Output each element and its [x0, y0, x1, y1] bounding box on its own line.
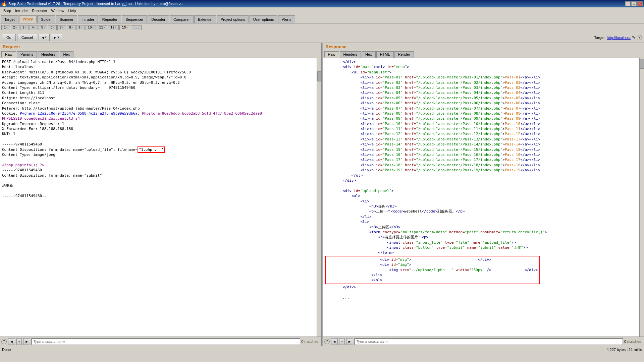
search-input-left[interactable] — [32, 338, 300, 345]
tab-target[interactable]: Target — [1, 15, 18, 23]
tab-comparer[interactable]: Comparer — [170, 15, 194, 23]
cookie-phpstorm: Phpstorm-86e76ddb=bc0b2ab8-5dfd-4fd7-8ba… — [142, 111, 262, 116]
close-tab-9[interactable]: ✕ — [81, 26, 83, 29]
close-tab-5[interactable]: ✕ — [43, 26, 45, 29]
target-info: Target: http://localhost ✎ ? — [594, 35, 642, 40]
num-tab-10[interactable]: 10 ✕ — [86, 25, 96, 30]
titlebar-title: 🔥 Burp Suite Professional v1.7.26 - Temp… — [1, 1, 182, 6]
close-tab-13[interactable]: ✕ — [126, 26, 128, 29]
response-tabs: Raw Headers Hex HTML Render — [323, 51, 644, 58]
titlebar-controls[interactable]: ─ □ ✕ — [625, 1, 643, 6]
num-tab-11[interactable]: 11 ✕ — [97, 25, 107, 30]
request-title: Request — [3, 44, 20, 49]
close-tab-11[interactable]: ✕ — [103, 26, 105, 29]
next-match-right[interactable]: + — [339, 338, 344, 345]
back-button[interactable]: ◄ ▼ — [39, 34, 50, 41]
num-tab-5[interactable]: 5 ✕ — [39, 25, 47, 30]
response-content[interactable]: </div> <div id="main"><div id="menu"> <u… — [323, 58, 644, 337]
help-icon-right[interactable]: ? — [324, 339, 330, 344]
close-tab-10[interactable]: ✕ — [92, 26, 94, 29]
edit-target-icon[interactable]: ✎ — [632, 35, 635, 40]
content-area: Request Raw Params Headers Hex POST /upl… — [0, 43, 644, 346]
close-tab-7[interactable]: ✕ — [62, 26, 64, 29]
next-match-left[interactable]: + — [16, 338, 22, 345]
red-box-response: <div id="msg"> </div> <div id="img"> <im… — [325, 256, 540, 284]
response-tab-headers[interactable]: Headers — [340, 51, 361, 58]
num-tab-1[interactable]: 1 ✕ — [1, 25, 10, 30]
request-tab-hex[interactable]: Hex — [60, 51, 74, 58]
tab-sequencer[interactable]: Sequencer — [122, 15, 147, 23]
prev-match-left[interactable]: ◄ — [8, 338, 15, 345]
num-tab-12[interactable]: 12 ✕ — [108, 25, 119, 30]
tab-user-options[interactable]: User options — [250, 15, 278, 23]
num-tab-7[interactable]: 7 ✕ — [57, 25, 66, 30]
response-size: 4,227 bytes | 11 millis — [606, 348, 642, 352]
tab-intruder[interactable]: Intruder — [78, 15, 98, 23]
request-text: POST /upload-labs-master/Pass-04/index.p… — [0, 58, 321, 200]
match-count-left: 0 matches — [302, 340, 320, 344]
go-button[interactable]: Go — [2, 34, 16, 41]
tab-project-options[interactable]: Project options — [217, 15, 249, 23]
request-tabs: Raw Params Headers Hex — [0, 51, 321, 58]
close-tab-2[interactable]: ✕ — [15, 26, 17, 29]
request-tab-params[interactable]: Params — [17, 51, 37, 58]
tab-repeater[interactable]: Repeater — [99, 15, 121, 23]
request-tab-raw[interactable]: Raw — [1, 51, 16, 58]
num-tab-13[interactable]: 13 ✕ — [119, 25, 130, 31]
response-tab-html[interactable]: HTML — [376, 51, 394, 58]
next-result-left[interactable]: ► — [23, 338, 30, 345]
toolbar: Go Cancel ◄ ▼ ► ▼ Target: http://localho… — [0, 32, 644, 43]
close-button[interactable]: ✕ — [637, 1, 643, 6]
num-tab-3[interactable]: 3 ✕ — [20, 25, 29, 30]
forward-button[interactable]: ► ▼ — [51, 34, 62, 41]
tab-proxy[interactable]: Proxy — [19, 15, 37, 23]
maximize-button[interactable]: □ — [631, 1, 637, 6]
bottom-bar-left: ? ◄ + ► 0 matches — [0, 337, 321, 346]
app-icon: 🔥 — [1, 1, 7, 6]
titlebar: 🔥 Burp Suite Professional v1.7.26 - Temp… — [0, 0, 644, 7]
main-tabs: Target Proxy Spider Scanner Intruder Rep… — [0, 14, 644, 23]
close-tab-4[interactable]: ✕ — [34, 26, 36, 29]
num-tab-4[interactable]: 4 ✕ — [30, 25, 38, 30]
menu-burp[interactable]: Burp — [1, 8, 13, 13]
num-tab-8[interactable]: 8 ✕ — [67, 25, 75, 30]
tab-decoder[interactable]: Decoder — [148, 15, 169, 23]
titlebar-text: Burp Suite Professional v1.7.26 - Tempor… — [8, 2, 182, 6]
menu-repeater[interactable]: Repeater — [30, 8, 49, 13]
response-tab-hex[interactable]: Hex — [362, 51, 376, 58]
tab-extender[interactable]: Extender — [194, 15, 216, 23]
response-tab-render[interactable]: Render — [394, 51, 414, 58]
help-icon[interactable]: ? — [637, 35, 642, 40]
menu-help[interactable]: Help — [66, 8, 78, 13]
close-tab-1[interactable]: ✕ — [6, 26, 8, 29]
cancel-button[interactable]: Cancel — [17, 34, 37, 41]
next-result-right[interactable]: ► — [346, 338, 353, 345]
close-tab-3[interactable]: ✕ — [25, 26, 26, 29]
close-tab-12[interactable]: ✕ — [115, 26, 116, 29]
prev-match-right[interactable]: ◄ — [331, 338, 338, 345]
status-text: Done — [2, 348, 11, 352]
request-content[interactable]: POST /upload-labs-master/Pass-04/index.p… — [0, 58, 321, 337]
num-tab-6[interactable]: 6 ✕ — [48, 25, 57, 30]
help-icon-left[interactable]: ? — [1, 339, 7, 344]
minimize-button[interactable]: ─ — [625, 1, 631, 6]
php-code: <?php phpinfo(); ?> — [2, 163, 44, 167]
request-panel: Request Raw Params Headers Hex POST /upl… — [0, 43, 322, 346]
menu-intruder[interactable]: Intruder — [13, 8, 30, 13]
search-input-right[interactable] — [355, 338, 623, 345]
close-tab-8[interactable]: ✕ — [71, 26, 73, 29]
tab-spider[interactable]: Spider — [37, 15, 55, 23]
response-tab-raw[interactable]: Raw — [324, 51, 339, 58]
num-tab-2[interactable]: 2 ✕ — [11, 25, 19, 30]
target-url[interactable]: http://localhost — [607, 36, 631, 40]
num-tab-9[interactable]: 9 ✕ — [76, 25, 85, 30]
bottom-bar-right: ? ◄ + ► 0 matches — [323, 337, 644, 346]
close-tab-6[interactable]: ✕ — [53, 26, 54, 29]
filename-highlight[interactable]: "1.php . |" — [138, 146, 165, 153]
menu-window[interactable]: Window — [49, 8, 66, 13]
request-tab-headers[interactable]: Headers — [38, 51, 59, 58]
tab-alerts[interactable]: Alerts — [278, 15, 295, 23]
num-tab-more[interactable]: ... — [131, 25, 142, 30]
target-label: Target: — [594, 36, 605, 40]
tab-scanner[interactable]: Scanner — [56, 15, 77, 23]
